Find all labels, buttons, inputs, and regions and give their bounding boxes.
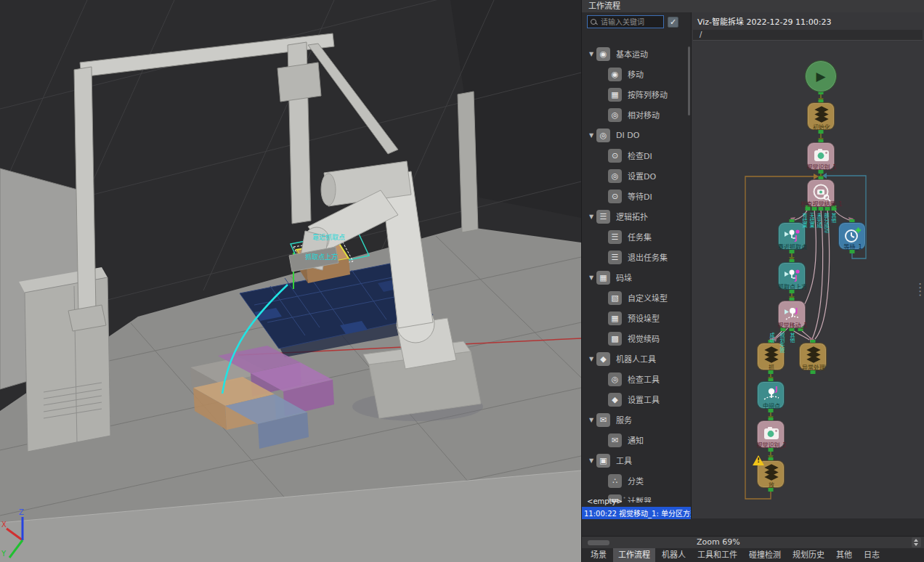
move-icon: J xyxy=(782,266,803,285)
library-item-preset-pattern[interactable]: ▦预设垛型 xyxy=(582,308,691,328)
caret-icon: ▼ xyxy=(589,417,596,423)
workflow-panel: 工作流程 ✓ ▼◉基本运动 ◉移动 ▦按阵列移动 ◎相对移动 ▼◎DI DO ⊙… xyxy=(581,0,924,562)
library-item-custom-pattern[interactable]: ▧自定义垛型 xyxy=(582,288,691,308)
preset-pattern-icon: ▦ xyxy=(608,311,622,325)
message-icon: ✉ xyxy=(596,413,610,427)
node-check-vision-result-1[interactable]: 检查视觉结果_1 xyxy=(807,179,835,207)
bottom-tab-bar: 场景 工作流程 机器人 工具和工件 碰撞检测 规划历史 其他 日志 xyxy=(582,548,924,562)
library-item-move-by-array[interactable]: ▦按阵列移动 xyxy=(582,84,691,105)
tab-workflow[interactable]: 工作流程 xyxy=(613,548,655,562)
stepper-up-icon[interactable] xyxy=(914,539,918,542)
library-item-logic-topology[interactable]: ▼☰逻辑拓扑 xyxy=(582,206,691,227)
robot-arm-icon: ◆ xyxy=(596,352,610,366)
node-above-pick-point[interactable]: J 抓取点上方 xyxy=(778,262,806,290)
circle-icon: ◎ xyxy=(596,129,610,142)
layers-icon: ☰ xyxy=(608,230,622,244)
search-input[interactable] xyxy=(601,18,660,26)
classify-icon: ∴ xyxy=(608,474,622,488)
zoom-slider[interactable] xyxy=(588,540,609,545)
node-vision-recognition-2[interactable]: 视觉识别_2 xyxy=(757,420,785,448)
library-item-classify[interactable]: ∴分类 xyxy=(582,471,691,491)
workflow-graph: ▶ 初始化 视觉识别_1 检查视觉结果_1 J 靠近抓取点 xyxy=(692,47,924,518)
node-init[interactable]: 初始化 xyxy=(807,102,835,130)
library-item-relative-move[interactable]: ◎相对移动 xyxy=(582,105,691,125)
library-item-basic-motion[interactable]: ▼◉基本运动 xyxy=(582,44,691,64)
layers-icon: ☰ xyxy=(596,210,610,224)
3d-viewport[interactable]: 靠近抓取点 抓取点上方 X Z Y xyxy=(0,0,581,562)
node-wait-1[interactable]: 等待_1 xyxy=(838,222,866,250)
filter-checkbox[interactable]: ✓ xyxy=(668,17,678,28)
library-item-robot-tool[interactable]: ▼◆机器人工具 xyxy=(582,349,691,369)
node-place[interactable]: 放 xyxy=(757,460,785,488)
waypoint-label-above: 抓取点上方 xyxy=(305,253,338,261)
zoom-stepper[interactable] xyxy=(912,537,921,547)
library-item-tools[interactable]: ▼▣工具 xyxy=(582,450,691,471)
search-box[interactable] xyxy=(587,15,664,28)
axis-x-label: X xyxy=(1,521,7,529)
library-item-set-do[interactable]: ◎设置DO xyxy=(582,166,691,186)
svg-text:J: J xyxy=(795,307,798,314)
node-vision-recognition-1[interactable]: 视觉识别_1 xyxy=(807,142,835,170)
3d-scene: 靠近抓取点 抓取点上方 X Z Y xyxy=(0,0,581,562)
grid-icon: ▦ xyxy=(596,271,610,285)
library-item-notify[interactable]: ✉通知 xyxy=(582,430,691,450)
caret-icon: ▼ xyxy=(589,457,596,464)
toolbox-icon: ▣ xyxy=(596,454,610,468)
library-item-di-do[interactable]: ▼◎DI DO xyxy=(582,125,691,145)
library-scrollbar[interactable] xyxy=(688,46,690,115)
caret-icon: ▼ xyxy=(589,132,596,139)
panel-title: 工作流程 xyxy=(582,0,924,12)
waypoint-label-approach: 靠近抓取点 xyxy=(312,233,345,241)
status-message-selected[interactable]: 11:00:22 视觉移动_1: 单分区方形 xyxy=(582,507,691,519)
vision-code-icon: ▩ xyxy=(608,332,622,346)
set-tool-icon: ◆ xyxy=(608,393,622,407)
library-item-wait-di[interactable]: ⊙等待DI xyxy=(582,186,691,206)
pin-icon: ◉ xyxy=(596,47,610,61)
node-exception-handling[interactable]: 异常处理 xyxy=(799,343,827,370)
zoom-bar: Zoom 69% xyxy=(582,536,924,548)
axis-z-label: Z xyxy=(19,508,24,516)
node-vision-move-1[interactable]: J 视觉移动_1 xyxy=(778,301,806,328)
node-start[interactable]: ▶ xyxy=(805,60,837,92)
workflow-title: Viz-智能拆垛 2022-12-29 11:00:23 xyxy=(692,12,924,28)
camera-icon xyxy=(811,146,832,165)
tab-scene[interactable]: 场景 xyxy=(585,548,612,562)
application-window: 靠近抓取点 抓取点上方 X Z Y 工作流程 ✓ ▼◉基本运动 xyxy=(0,0,924,562)
tab-robot[interactable]: 机器人 xyxy=(657,548,691,562)
node-approach-pick-point[interactable]: J 靠近抓取点 xyxy=(778,222,806,250)
library-item-task-set[interactable]: ☰任务集 xyxy=(582,227,691,247)
library-item-exit-task-set[interactable]: ☰退出任务集 xyxy=(582,247,691,267)
node-mid-point[interactable]: J 中间点 xyxy=(757,381,785,409)
tab-log[interactable]: 日志 xyxy=(859,548,885,562)
breadcrumb[interactable]: / xyxy=(693,30,923,41)
library-item-check-tool[interactable]: ◎检查工具 xyxy=(582,369,691,389)
node-library: ✓ ▼◉基本运动 ◉移动 ▦按阵列移动 ◎相对移动 ▼◎DI DO ⊙检查DI … xyxy=(582,12,691,518)
library-item-palletizing[interactable]: ▼▦码垛 xyxy=(582,267,691,288)
empty-label: <empty> xyxy=(582,496,691,507)
relative-move-icon: ◎ xyxy=(608,108,622,122)
tab-collision-detection[interactable]: 碰撞检测 xyxy=(744,548,786,562)
svg-text:J: J xyxy=(794,235,797,242)
notify-icon: ✉ xyxy=(608,433,622,447)
set-do-icon: ◎ xyxy=(608,169,622,183)
layers-exit-icon: ☰ xyxy=(608,251,622,264)
library-item-vision-continue[interactable]: ▩视觉续码 xyxy=(582,328,691,349)
move-icon: J xyxy=(782,226,803,245)
node-pick[interactable]: 抓 xyxy=(757,343,785,370)
tab-others[interactable]: 其他 xyxy=(831,548,857,562)
camera-icon xyxy=(761,424,782,443)
library-item-set-tool[interactable]: ◆设置工具 xyxy=(582,389,691,410)
node-library-tree: ▼◉基本运动 ◉移动 ▦按阵列移动 ◎相对移动 ▼◎DI DO ⊙检查DI ◎设… xyxy=(582,44,691,502)
library-item-service[interactable]: ▼✉服务 xyxy=(582,410,691,430)
svg-text:J: J xyxy=(794,274,797,282)
layers-icon xyxy=(803,346,824,364)
check-di-icon: ⊙ xyxy=(608,149,622,163)
vision-move-icon: J xyxy=(782,304,803,323)
stepper-down-icon[interactable] xyxy=(914,543,918,546)
workflow-canvas[interactable]: Viz-智能拆垛 2022-12-29 11:00:23 / •••• xyxy=(691,12,924,518)
library-item-move[interactable]: ◉移动 xyxy=(582,64,691,84)
tab-plan-history[interactable]: 规划历史 xyxy=(787,548,830,562)
tab-tools-workpieces[interactable]: 工具和工件 xyxy=(692,548,742,562)
caret-icon: ▼ xyxy=(589,274,596,281)
library-item-check-di[interactable]: ⊙检查DI xyxy=(582,145,691,166)
